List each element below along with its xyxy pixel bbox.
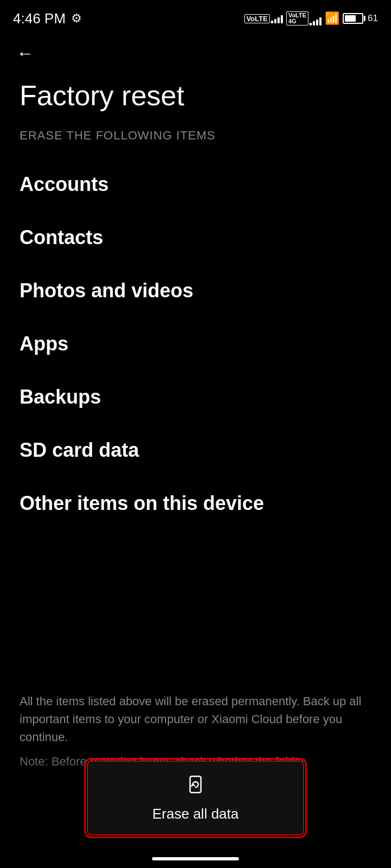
erase-item-sd-card: SD card data (20, 424, 371, 477)
status-time-section: 4:46 PM ⚙ (13, 10, 82, 27)
bar (278, 17, 280, 23)
erase-item-backups: Backups (20, 371, 371, 424)
volte-signal-1: VoLTE (244, 14, 283, 23)
volte-4g-signal-2: VoLTE4G (286, 11, 321, 25)
bar (310, 23, 312, 25)
back-arrow-icon: ← (16, 43, 34, 63)
erase-item-accounts: Accounts (20, 158, 371, 211)
wifi-icon: 📶 (325, 11, 339, 25)
bar (274, 19, 276, 23)
page-title: Factory reset (0, 69, 391, 129)
warning-text: All the items listed above will be erase… (20, 692, 371, 746)
bar (319, 17, 321, 25)
signal-bars-2 (310, 16, 321, 25)
settings-gear-icon: ⚙ (71, 11, 82, 25)
battery-tip (364, 16, 365, 21)
status-icons: VoLTE VoLTE4G 📶 61 (244, 11, 378, 25)
erase-svg-icon (185, 774, 206, 795)
svg-rect-0 (190, 776, 201, 793)
home-indicator (152, 857, 239, 860)
back-button[interactable]: ← (0, 33, 391, 69)
erase-button-icon (185, 774, 206, 800)
battery-outline (343, 13, 363, 24)
bar (281, 15, 283, 23)
volte-4g-badge: VoLTE4G (286, 11, 308, 25)
erase-button-label: Erase all data (153, 806, 239, 822)
erase-item-apps: Apps (20, 317, 371, 371)
erase-button-container: Erase all data (0, 761, 391, 835)
bar (316, 20, 318, 25)
signal-bars-1 (271, 14, 283, 23)
battery-fill (345, 15, 356, 22)
erase-item-other: Other items on this device (20, 477, 371, 530)
volte-badge-1: VoLTE (244, 14, 270, 23)
erase-all-data-button[interactable]: Erase all data (87, 761, 304, 835)
section-label: ERASE THE FOLLOWING ITEMS (0, 129, 391, 158)
erase-item-contacts: Contacts (20, 211, 371, 264)
status-bar: 4:46 PM ⚙ VoLTE VoLTE4G 📶 (0, 0, 391, 33)
time-display: 4:46 PM (13, 10, 66, 27)
bar (271, 21, 273, 23)
bar (313, 21, 315, 25)
battery-percentage: 61 (368, 13, 378, 24)
erase-items-list: Accounts Contacts Photos and videos Apps… (0, 158, 391, 530)
battery-indicator: 61 (343, 13, 378, 24)
erase-item-photos-videos: Photos and videos (20, 264, 371, 317)
